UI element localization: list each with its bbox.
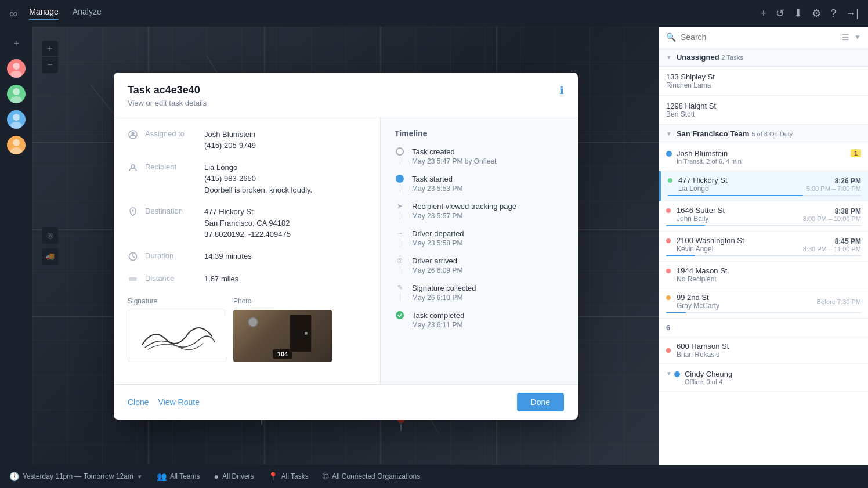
timeline-event-signature: Signature collected bbox=[412, 284, 564, 292]
route-washington[interactable]: 2100 Washington St Kevin Angel 8:45 PM 8… bbox=[659, 232, 868, 262]
drivers-icon: ● bbox=[214, 472, 218, 481]
task-title-shipley: 133 Shipley St bbox=[666, 73, 861, 81]
photo-image[interactable]: 104 bbox=[233, 310, 332, 362]
done-button[interactable]: Done bbox=[517, 393, 564, 411]
timeline-dot-signature: ✎ bbox=[396, 284, 404, 292]
all-teams-item[interactable]: 👥 All Teams bbox=[157, 472, 200, 481]
driver-info-josh: Josh Blumstein In Transit, 2 of 6, 4 min bbox=[677, 149, 846, 165]
clock-icon: 🕐 bbox=[9, 472, 19, 481]
route-name-sutter: John Baily bbox=[677, 215, 725, 223]
svg-point-18 bbox=[132, 132, 135, 135]
top-nav: ∞ Manage Analyze + ↺ ⬇ ⚙ ? →| bbox=[0, 0, 868, 27]
driver-josh[interactable]: Josh Blumstein In Transit, 2 of 6, 4 min… bbox=[659, 143, 868, 171]
avatar-2[interactable] bbox=[7, 85, 26, 103]
route-name-mason: No Recipient bbox=[677, 275, 727, 283]
driver-name-cindy: Cindy Cheung bbox=[685, 370, 861, 378]
nav-left: ∞ Manage Analyze bbox=[9, 7, 102, 20]
time-range-item[interactable]: 🕐 Yesterday 11pm — Tomorrow 12am ▼ bbox=[9, 472, 143, 481]
signature-image[interactable] bbox=[128, 310, 226, 362]
modal-left: Assigned to Josh Blumstein (415) 205-974… bbox=[114, 117, 381, 384]
route-sutter[interactable]: 1646 Sutter St John Baily 8:38 PM 8:00 P… bbox=[659, 201, 868, 232]
route-progress-fill-sutter bbox=[666, 225, 705, 226]
timeline-time-completed: May 23 6:11 PM bbox=[412, 321, 564, 329]
route-progress-2nd bbox=[666, 312, 861, 313]
route-progress-washington bbox=[666, 255, 861, 256]
route-hickory[interactable]: 477 Hickory St Lia Longo 8:26 PM 5:00 PM… bbox=[659, 171, 868, 201]
signature-label: Signature bbox=[128, 297, 226, 305]
all-tasks-item[interactable]: 📍 All Tasks bbox=[268, 472, 309, 481]
distance-label: Distance bbox=[145, 274, 197, 283]
all-drivers-item[interactable]: ● All Drivers bbox=[214, 472, 254, 481]
route-name-2nd: Gray McCarty bbox=[677, 302, 719, 310]
unassigned-section-header[interactable]: ▼ Unassigned 2 Tasks bbox=[659, 48, 868, 67]
add-icon[interactable]: + bbox=[761, 8, 767, 20]
modal-title: Task ac4e3e40 bbox=[128, 84, 207, 96]
avatar-4[interactable] bbox=[7, 136, 26, 154]
route-time-washington: 8:45 PM bbox=[803, 237, 861, 245]
route-harrison[interactable]: 600 Harrison St Brian Rekasis bbox=[659, 337, 868, 364]
add-task-icon[interactable]: ＋ bbox=[7, 34, 26, 52]
timeline-item-created: Task created May 23 5:47 PM by Onfleet bbox=[395, 147, 564, 165]
modal-info-button[interactable]: ℹ bbox=[560, 84, 564, 97]
route-time-sutter: 8:38 PM bbox=[803, 207, 861, 215]
timeline-time-viewed: May 23 5:57 PM bbox=[412, 212, 564, 220]
route-addr-washington: 2100 Washington St bbox=[677, 236, 744, 245]
list-view-icon[interactable]: ☰ bbox=[842, 32, 849, 42]
timeline-time-created: May 23 5:47 PM by Onfleet bbox=[412, 157, 564, 165]
duration-value: 14:39 minutes bbox=[204, 251, 252, 262]
route-addr-sutter: 1646 Sutter St bbox=[677, 206, 725, 215]
search-input[interactable] bbox=[681, 32, 837, 42]
timeline-event-viewed: Recipient viewed tracking page bbox=[412, 202, 564, 211]
help-icon[interactable]: ? bbox=[830, 8, 836, 20]
route-name-harrison: Brian Rekasis bbox=[677, 350, 729, 359]
avatar-1[interactable] bbox=[7, 59, 26, 78]
tab-manage[interactable]: Manage bbox=[29, 7, 59, 20]
route-mason[interactable]: 1944 Mason St No Recipient bbox=[659, 262, 868, 288]
refresh-icon[interactable]: ↺ bbox=[776, 7, 784, 20]
driver-name-josh: Josh Blumstein bbox=[677, 149, 846, 158]
route-addr-2nd: 99 2nd St bbox=[677, 293, 719, 302]
distance-value: 1.67 miles bbox=[204, 273, 238, 285]
task-item-haight[interactable]: 1298 Haight St Ben Stott bbox=[659, 96, 868, 125]
destination-field: Destination 477 Hickory St San Francisco… bbox=[128, 206, 366, 240]
orgs-icon: © bbox=[323, 472, 328, 481]
route-window-sutter: 8:00 PM – 10:00 PM bbox=[803, 215, 861, 222]
driver-status-josh: In Transit, 2 of 6, 4 min bbox=[677, 158, 846, 165]
modal-header: Task ac4e3e40 View or edit task details … bbox=[114, 73, 578, 117]
task-item-shipley[interactable]: 133 Shipley St Rinchen Lama bbox=[659, 67, 868, 96]
avatar-3[interactable] bbox=[7, 110, 26, 129]
timeline-event-started: Task started bbox=[412, 175, 564, 183]
search-icon: 🔍 bbox=[666, 32, 676, 42]
media-section: Signature Photo bbox=[128, 297, 366, 362]
view-route-link[interactable]: View Route bbox=[158, 397, 200, 407]
route-dot-sutter bbox=[666, 208, 671, 213]
route-2nd[interactable]: 99 2nd St Gray McCarty Before 7:30 PM bbox=[659, 288, 868, 319]
timeline-item-signature: ✎ Signature collected May 26 6:10 PM bbox=[395, 284, 564, 302]
logo-icon: ∞ bbox=[9, 7, 17, 20]
modal-footer: Clone View Route Done bbox=[114, 384, 578, 420]
sf-team-section-header[interactable]: ▼ San Francisco Team 5 of 8 On Duty bbox=[659, 125, 868, 143]
route-dot-harrison bbox=[666, 348, 671, 353]
tab-analyze[interactable]: Analyze bbox=[73, 7, 102, 20]
route-dot-washington bbox=[666, 238, 671, 243]
duration-icon bbox=[128, 252, 138, 263]
all-teams-label: All Teams bbox=[170, 472, 200, 480]
settings-icon[interactable]: ⚙ bbox=[812, 7, 821, 20]
signature-area: Signature bbox=[128, 297, 226, 362]
tasks-icon: 📍 bbox=[268, 472, 278, 481]
logout-icon[interactable]: →| bbox=[845, 8, 859, 20]
download-icon[interactable]: ⬇ bbox=[794, 7, 802, 20]
modal-body: Assigned to Josh Blumstein (415) 205-974… bbox=[114, 117, 578, 384]
destination-icon bbox=[128, 207, 138, 218]
route-addr-harrison: 600 Harrison St bbox=[677, 342, 729, 350]
svg-point-3 bbox=[10, 96, 22, 103]
timeline-item-viewed: ➤ Recipient viewed tracking page May 23 … bbox=[395, 202, 564, 220]
all-orgs-item[interactable]: © All Connected Organizations bbox=[323, 472, 420, 481]
clone-link[interactable]: Clone bbox=[128, 397, 149, 407]
sort-icon[interactable]: ▼ bbox=[854, 33, 861, 41]
svg-point-20 bbox=[132, 210, 134, 212]
timeline-event-completed: Task completed bbox=[412, 311, 564, 320]
timeline-item-arrived: ◎ Driver arrived May 26 6:09 PM bbox=[395, 256, 564, 274]
nav-tabs: Manage Analyze bbox=[29, 7, 101, 20]
driver-cindy[interactable]: ▼ Cindy Cheung Offline, 0 of 4 bbox=[659, 364, 868, 392]
